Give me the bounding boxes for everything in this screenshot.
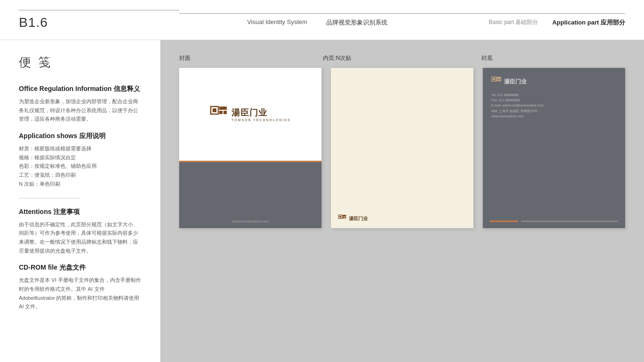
- card-back-top: 湯臣门业 Tel: 021-88868868 Fax: 021-88868868…: [483, 68, 625, 148]
- section-info-title: Office Regulation Information 信息释义: [19, 85, 141, 93]
- section-attentions: Attentions 注意事项 由于信息的不确定性，此页部分规范（如文字大小、间…: [19, 208, 141, 255]
- section-cdrom-title: CD-ROM file 光盘文件: [19, 263, 141, 272]
- section-cdrom: CD-ROM file 光盘文件 光盘文件是本 VI 手册电子文件的集合，内含手…: [19, 263, 141, 311]
- right-panel: 封面 内页:N次贴 封底: [160, 40, 644, 362]
- back-info: Tel: 021-88868868 Fax: 021-88868868 E-ma…: [491, 92, 617, 119]
- header-center: Visual Identity System 品牌视觉形象识别系统: [179, 13, 455, 27]
- section-divider: [19, 198, 80, 198]
- back-info-email: E-mail: admin.sh@tomsondoor.com: [491, 103, 617, 108]
- header-center-top: Visual Identity System 品牌视觉形象识别系统: [247, 18, 388, 27]
- left-panel: 便 笺 Office Regulation Information 信息释义 为…: [0, 40, 160, 362]
- back-logo-cn: 湯臣门业: [504, 78, 527, 86]
- app-line-1: 材质：根胶版纸或根据需要选择: [19, 144, 141, 153]
- back-spacer: [483, 148, 625, 214]
- svg-rect-3: [219, 111, 223, 114]
- cards-row: 湯臣门业 TOMSON TECHNOLOGIES www.tomsondoor.…: [179, 68, 625, 228]
- card-front-cover: 湯臣门业 TOMSON TECHNOLOGIES www.tomsondoor.…: [179, 68, 322, 228]
- svg-rect-6: [339, 216, 341, 218]
- card-inner-footer: 湯臣门业: [331, 214, 473, 228]
- application-part-label: Application part 应用部分: [552, 18, 625, 27]
- app-line-5: N 次贴：单色印刷: [19, 180, 141, 189]
- page-title: 便 笺: [19, 54, 141, 71]
- page-code: B1.6: [19, 15, 179, 30]
- logo-en: TOMSON TECHNOLOGIES: [231, 118, 291, 122]
- svg-rect-7: [342, 215, 346, 216]
- section-application-body: 材质：根胶版纸或根据需要选择 规格：根据实际情况自定 色彩：按规定标准色、辅助色…: [19, 144, 141, 188]
- label-inner: 内页:N次贴: [323, 54, 481, 62]
- card-front-top: 湯臣门业 TOMSON TECHNOLOGIES: [179, 68, 322, 161]
- header: B1.6 Visual Identity System 品牌视觉形象识别系统 B…: [0, 0, 644, 40]
- back-info-addr: Add: 上海市 杨浦区 邯郸路53号: [491, 108, 617, 114]
- back-logo-icon: [491, 76, 502, 87]
- back-info-fax: Fax: 021-88868868: [491, 98, 617, 103]
- card-labels: 封面 内页:N次贴 封底: [179, 54, 625, 62]
- back-logo: 湯臣门业: [491, 76, 617, 87]
- back-info-tel: Tel: 021-88868868: [491, 92, 617, 98]
- svg-rect-13: [497, 79, 499, 81]
- back-orange-bar: [490, 221, 518, 222]
- svg-rect-12: [497, 77, 501, 79]
- section-info-body: 为塑造企业新形象，加强企业内部管理，配合企业商务礼仪规范，特设计各种办公系统用品…: [19, 97, 141, 123]
- back-gray-bar: [521, 221, 618, 222]
- main-layout: 便 笺 Office Regulation Information 信息释义 为…: [0, 40, 644, 362]
- svg-rect-8: [342, 217, 344, 218]
- svg-rect-11: [493, 78, 495, 80]
- label-back: 封底: [481, 54, 625, 62]
- card-back-bottom: [483, 214, 625, 228]
- section-application-title: Application shows 应用说明: [19, 132, 141, 140]
- inner-logo-cn: 湯臣门业: [349, 215, 368, 222]
- inner-logo: 湯臣门业: [338, 214, 368, 223]
- vi-system-cn: 品牌视觉形象识别系统: [326, 18, 388, 27]
- logo-text-group: 湯臣门业 TOMSON TECHNOLOGIES: [231, 107, 291, 122]
- svg-rect-4: [223, 111, 227, 114]
- logo-cn: 湯臣门业: [231, 107, 291, 118]
- section-attentions-body: 由于信息的不确定性，此页部分规范（如文字大小、间距等）可作为参考使用，具体可根据…: [19, 220, 141, 255]
- header-right: Basic part 基础部分 Application part 应用部分: [455, 13, 625, 27]
- app-line-4: 工艺：便笺纸；四色印刷: [19, 171, 141, 180]
- card-back-cover: 湯臣门业 Tel: 021-88868868 Fax: 021-88868868…: [483, 68, 625, 228]
- card-inner: 湯臣门业: [331, 68, 473, 228]
- svg-rect-9: [345, 217, 346, 218]
- header-left: B1.6: [19, 10, 179, 30]
- front-logo: 湯臣门业 TOMSON TECHNOLOGIES: [210, 106, 291, 123]
- logo-icon: [210, 106, 228, 123]
- svg-rect-2: [219, 107, 227, 110]
- vi-system-en: Visual Identity System: [247, 18, 307, 27]
- label-cover: 封面: [179, 54, 323, 62]
- inner-logo-icon: [338, 214, 347, 223]
- section-cdrom-body: 光盘文件是本 VI 手册电子文件的集合，内含手册制作时的专用软件格式文件。其中 …: [19, 276, 141, 311]
- section-info: Office Regulation Information 信息释义 为塑造企业…: [19, 85, 141, 123]
- front-website: www.tomsondoor.com: [232, 219, 269, 223]
- app-line-3: 色彩：按规定标准色、辅助色应用: [19, 162, 141, 171]
- card-front-footer: www.tomsondoor.com: [179, 214, 322, 228]
- back-info-web: www.tomsondoor.com: [491, 114, 617, 119]
- app-line-2: 规格：根据实际情况自定: [19, 153, 141, 162]
- basic-part-label: Basic part 基础部分: [489, 18, 538, 26]
- section-attentions-title: Attentions 注意事项: [19, 208, 141, 216]
- card-inner-body: [331, 68, 473, 214]
- svg-rect-14: [499, 79, 501, 81]
- card-front-bottom: [179, 162, 322, 214]
- section-application: Application shows 应用说明 材质：根胶版纸或根据需要选择 规格…: [19, 132, 141, 188]
- svg-rect-1: [213, 108, 216, 112]
